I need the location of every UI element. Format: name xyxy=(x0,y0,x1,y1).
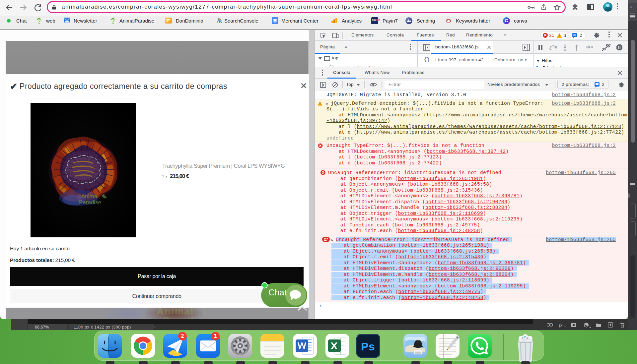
svg-text:Ps: Ps xyxy=(361,340,375,353)
svg-text:Paradise: Paradise xyxy=(79,199,101,206)
svg-text:Animal: Animal xyxy=(81,193,99,200)
svg-text:fx: fx xyxy=(559,323,563,328)
